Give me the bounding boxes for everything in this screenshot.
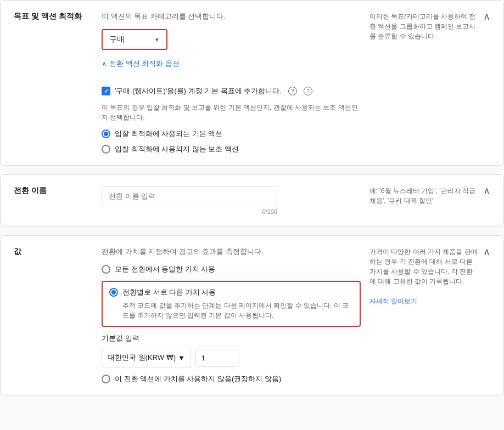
value-amount-input[interactable] (195, 349, 239, 367)
conversion-name-content: 0/100 (102, 186, 369, 215)
value-section-title: 값 (14, 247, 102, 257)
different-value-radio[interactable] (109, 288, 118, 297)
conversion-name-aside: 예: '6월 뉴스레터 가입', '관리자 직급 채용', '쿠키 대폭 할인'… (369, 186, 490, 206)
different-value-hint: 추적 코드에 값을 추가하는 단계는 다음 페이지에서 확인할 수 있습니다. … (122, 301, 353, 320)
conversion-name-input-container (102, 186, 361, 206)
value-aside-content: 가격이 다양한 여러 가지 제품을 판매하는 경우 각 전환에 대해 서로 다른… (369, 247, 479, 306)
conversion-optimization-link[interactable]: ∧ 전환 액션 최적화 옵션 (102, 59, 180, 69)
char-count: 0/100 (102, 208, 277, 215)
conversion-name-collapse-button[interactable]: ∧ (479, 186, 490, 196)
help-icon-1[interactable]: ? (288, 87, 297, 95)
goals-category-dropdown[interactable]: 구매 ▼ (102, 29, 167, 50)
currency-arrow-icon: ▼ (178, 354, 185, 362)
base-value-row: 대한민국 원(KRW ₩) ▼ (102, 348, 361, 367)
help-icon-2[interactable]: ? (304, 87, 312, 95)
chevron-up-icon: ∧ (102, 60, 107, 68)
goals-section-content: 이 액션의 목표 카테고리를 선택합니다. 구매 ▼ ∧ 전환 액션 최적화 옵… (102, 12, 369, 154)
conversion-name-header: 전환 이름 0/100 예: '6월 뉴스레터 가입', '관리자 직급 채용'… (1, 175, 503, 226)
currency-dropdown[interactable]: 대한민국 원(KRW ₩) ▼ (102, 348, 191, 367)
goals-aside: 이러한 목표/카테고리를 사용하여 전환 액션을 그룹화하고 캠페인 보고서를 … (369, 12, 490, 41)
value-section: 값 전환에 가치를 지정하여 광고의 효과를 측정합니다. 모든 전환에서 동일… (0, 235, 504, 395)
value-learn-more-link[interactable]: 자세히 알아보기 (369, 297, 417, 305)
conversion-name-section: 전환 이름 0/100 예: '6월 뉴스레터 가입', '관리자 직급 채용'… (0, 174, 504, 227)
goals-category-value: 구매 (109, 35, 125, 44)
currency-label: 대한민국 원(KRW ₩) (108, 353, 176, 363)
account-goal-label: '구매 (웹사이트)'을(를) 계정 기본 목표에 추가합니다. (115, 86, 282, 96)
goals-section: 목표 및 액션 최적화 이 액션의 목표 카테고리를 선택합니다. 구매 ▼ ∧… (0, 0, 504, 166)
same-value-radio[interactable] (102, 265, 110, 274)
secondary-action-radio-row[interactable]: 입찰 최적화에 사용되지 않는 보조 액션 (102, 144, 361, 154)
no-value-label: 이 전환 액션에 가치를 사용하지 않음(권장하지 않음) (115, 374, 281, 384)
different-value-label: 전환별로 서로 다른 가치 사용 (122, 287, 216, 297)
page-container: 목표 및 액션 최적화 이 액션의 목표 카테고리를 선택합니다. 구매 ▼ ∧… (0, 0, 504, 395)
same-value-label: 모든 전환에서 동일한 가치 사용 (115, 264, 215, 274)
goals-description: 이 액션의 목표 카테고리를 선택합니다. (102, 12, 361, 21)
collapsible-link-label: 전환 액션 최적화 옵션 (109, 59, 180, 69)
goals-collapse-button[interactable]: ∧ (479, 12, 490, 21)
goals-hint-text: 이 목표의 경우 입찰 최적화 및 보고를 위한 기본 액션인지, 관찰에 사용… (102, 103, 361, 122)
value-description: 전환에 가치를 지정하여 광고의 효과를 측정합니다. (102, 247, 361, 257)
value-section-header: 값 전환에 가치를 지정하여 광고의 효과를 측정합니다. 모든 전환에서 동일… (1, 236, 503, 395)
value-collapse-button[interactable]: ∧ (479, 247, 490, 257)
different-value-radio-row[interactable]: 전환별로 서로 다른 가치 사용 (109, 287, 353, 297)
base-value-label: 기본값 입력 (102, 333, 361, 343)
same-value-radio-row[interactable]: 모든 전환에서 동일한 가치 사용 (102, 264, 361, 274)
value-section-content: 전환에 가치를 지정하여 광고의 효과를 측정합니다. 모든 전환에서 동일한 … (102, 247, 369, 384)
primary-action-radio[interactable] (102, 129, 110, 138)
different-value-highlighted-box: 전환별로 서로 다른 가치 사용 추적 코드에 값을 추가하는 단계는 다음 페… (102, 281, 361, 327)
value-aside: 가격이 다양한 여러 가지 제품을 판매하는 경우 각 전환에 대해 서로 다른… (369, 247, 490, 306)
conversion-name-aside-text: 예: '6월 뉴스레터 가입', '관리자 직급 채용', '쿠키 대폭 할인' (369, 186, 479, 206)
goals-aside-text: 이러한 목표/카테고리를 사용하여 전환 액션을 그룹화하고 캠페인 보고서를 … (369, 12, 479, 41)
account-goal-checkbox-row: '구매 (웹사이트)'을(를) 계정 기본 목표에 추가합니다. ? ? (102, 86, 361, 96)
goals-section-title: 목표 및 액션 최적화 (14, 12, 102, 21)
conversion-name-title: 전환 이름 (14, 186, 102, 196)
value-aside-text: 가격이 다양한 여러 가지 제품을 판매하는 경우 각 전환에 대해 서로 다른… (369, 248, 478, 285)
dropdown-arrow-icon: ▼ (154, 37, 160, 43)
primary-action-radio-row[interactable]: 입찰 최적화에 사용되는 기본 액션 (102, 129, 361, 139)
secondary-action-label: 입찰 최적화에 사용되지 않는 보조 액션 (115, 144, 239, 154)
no-value-radio-row[interactable]: 이 전환 액션에 가치를 사용하지 않음(권장하지 않음) (102, 374, 361, 384)
primary-action-label: 입찰 최적화에 사용되는 기본 액션 (115, 129, 222, 139)
secondary-action-radio[interactable] (102, 145, 110, 154)
conversion-name-input[interactable] (102, 186, 277, 206)
account-goal-checkbox[interactable] (102, 87, 110, 95)
collapsible-link-row: ∧ 전환 액션 최적화 옵션 (102, 59, 361, 77)
no-value-radio[interactable] (102, 375, 110, 383)
bidding-radio-group: 입찰 최적화에 사용되는 기본 액션 입찰 최적화에 사용되지 않는 보조 액션 (102, 129, 361, 154)
goals-dropdown-container: 구매 ▼ (102, 29, 361, 50)
goals-section-header: 목표 및 액션 최적화 이 액션의 목표 카테고리를 선택합니다. 구매 ▼ ∧… (1, 1, 503, 165)
